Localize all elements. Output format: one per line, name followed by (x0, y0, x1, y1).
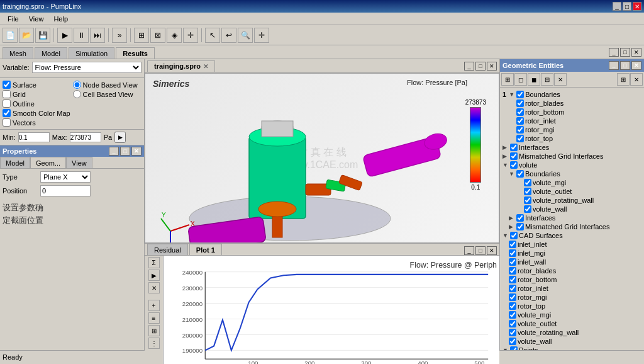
rp-min[interactable]: _ (609, 61, 619, 70)
cb-cad-rotor-bottom[interactable] (509, 276, 516, 283)
props-min[interactable]: _ (109, 147, 119, 156)
cb-rotor-blades[interactable] (516, 100, 524, 107)
menu-help[interactable]: Help (48, 14, 73, 24)
chart-play[interactable]: ▶ (148, 270, 160, 281)
titlebar-controls[interactable]: _ □ ✕ (613, 2, 641, 11)
tab-plot1[interactable]: Plot 1 (189, 244, 222, 255)
results-btn[interactable]: ✛ (183, 28, 198, 43)
rt-btn1[interactable]: ⊞ (501, 73, 514, 86)
props-max[interactable]: □ (120, 147, 130, 156)
mesh-btn[interactable]: ⊞ (134, 28, 149, 43)
cb-cad-rotor-mgi[interactable] (509, 293, 516, 301)
pan-btn[interactable]: ✛ (254, 28, 269, 43)
panel-restore[interactable]: □ (620, 48, 630, 57)
cb-surface[interactable] (3, 81, 11, 89)
cb-points[interactable] (510, 346, 518, 350)
rt-btn3[interactable]: ◼ (528, 73, 540, 86)
props-close[interactable]: ✕ (131, 147, 142, 156)
cb-inlet-inlet[interactable] (509, 241, 516, 248)
tab-residual[interactable]: Residual (147, 244, 188, 255)
cb-cad-rotor-blades[interactable] (509, 267, 516, 275)
cb-volute-rotating[interactable] (524, 196, 531, 204)
tab-simulation[interactable]: Simulation (69, 47, 114, 59)
cb-grid[interactable] (3, 90, 11, 98)
rp-max[interactable]: □ (620, 61, 630, 70)
zoom-btn[interactable]: 🔍 (238, 28, 253, 43)
new-button[interactable]: 📄 (3, 28, 18, 43)
open-button[interactable]: 📂 (19, 28, 34, 43)
panel-close[interactable]: ✕ (631, 48, 641, 57)
type-select[interactable]: Plane X Plane Y Plane Z (40, 171, 91, 183)
stop-button[interactable]: ⏸ (74, 28, 89, 43)
chart-dots[interactable]: ⋮ (148, 338, 160, 349)
cb-cad[interactable] (510, 232, 518, 239)
bp-close[interactable]: ✕ (487, 246, 497, 255)
radio-cell[interactable] (73, 90, 81, 98)
tab-results[interactable]: Results (116, 47, 155, 59)
rotate-btn[interactable]: ↩ (221, 28, 236, 43)
cb-rotor-top[interactable] (516, 135, 524, 142)
cb-cad-volute-mgi[interactable] (509, 311, 516, 319)
bp-min[interactable]: _ (464, 246, 474, 255)
rt-btn5[interactable]: ✕ (554, 73, 567, 86)
maximize-button[interactable]: □ (623, 2, 631, 11)
tab-view[interactable]: View (66, 157, 92, 168)
cb-volute-outlet[interactable] (524, 188, 531, 195)
chart-close[interactable]: ✕ (148, 282, 160, 293)
radio-node[interactable] (73, 81, 81, 89)
tab-mesh[interactable]: Mesh (3, 47, 33, 59)
vp-close[interactable]: ✕ (487, 62, 497, 71)
cb-cad-rotor-top[interactable] (509, 302, 516, 310)
close-button[interactable]: ✕ (633, 2, 641, 11)
max-input[interactable] (70, 132, 101, 142)
rt-btn7[interactable]: ✕ (630, 73, 643, 86)
cb-cad-volute-wall[interactable] (509, 338, 516, 345)
cb-v-interfaces[interactable] (516, 214, 524, 222)
run-button[interactable]: ⏭ (90, 28, 105, 43)
cb-boundaries[interactable] (516, 91, 524, 98)
cb-outline[interactable] (3, 100, 11, 108)
cursor-btn[interactable]: ↖ (205, 28, 220, 43)
more-button[interactable]: » (112, 28, 127, 43)
rt-btn4[interactable]: ⊟ (541, 73, 553, 86)
cb-inlet-mgi[interactable] (509, 249, 516, 257)
cb-v-mismatched[interactable] (516, 223, 524, 230)
cb-volute[interactable] (510, 161, 518, 169)
tree-area[interactable]: 1 ▼ Boundaries rotor_blades rotor_bottom… (500, 88, 644, 350)
variable-select[interactable]: Flow: Pressure Flow: Velocity (32, 62, 142, 73)
rt-btn2[interactable]: ◻ (514, 73, 527, 86)
tab-model[interactable]: Model (0, 157, 30, 168)
cb-mismatched[interactable] (510, 152, 518, 160)
vp-max[interactable]: □ (475, 62, 486, 71)
cb-smooth[interactable] (3, 109, 11, 117)
cb-cad-volute-outlet[interactable] (509, 320, 516, 327)
chart-add[interactable]: + (148, 300, 160, 311)
tab-close-icon[interactable]: ✕ (203, 63, 208, 70)
play-button[interactable]: ▶ (57, 28, 72, 43)
vp-min[interactable]: _ (464, 62, 474, 71)
cb-volute-mgi[interactable] (524, 179, 531, 186)
cb-rotor-mgi[interactable] (516, 126, 524, 134)
model-btn[interactable]: ⊠ (150, 28, 165, 43)
bp-max[interactable]: □ (475, 246, 486, 255)
rp-close[interactable]: ✕ (631, 61, 641, 70)
sigma-btn[interactable]: Σ (148, 257, 160, 268)
tab-model[interactable]: Model (35, 47, 67, 59)
cb-volute-wall[interactable] (524, 205, 531, 213)
rt-btn6[interactable]: ⊞ (617, 73, 630, 86)
save-button[interactable]: 💾 (35, 28, 50, 43)
minimize-button[interactable]: _ (613, 2, 621, 11)
cb-inlet-wall[interactable] (509, 258, 516, 266)
center-tab-main[interactable]: trainging.spro ✕ (147, 60, 215, 72)
cb-rotor-inlet[interactable] (516, 117, 524, 125)
cb-cad-rotor-inlet[interactable] (509, 285, 516, 292)
chart-opts[interactable]: ⊞ (148, 325, 160, 336)
panel-minimize[interactable]: _ (609, 48, 619, 57)
tab-geom[interactable]: Geom... (30, 157, 66, 168)
cb-rotor-bottom[interactable] (516, 108, 524, 116)
minmax-apply[interactable]: ▶ (114, 132, 126, 143)
min-input[interactable] (18, 132, 50, 142)
chart-lines[interactable]: ≡ (148, 312, 160, 324)
position-input[interactable] (40, 185, 91, 196)
cb-cad-volute-rotating[interactable] (509, 329, 516, 336)
